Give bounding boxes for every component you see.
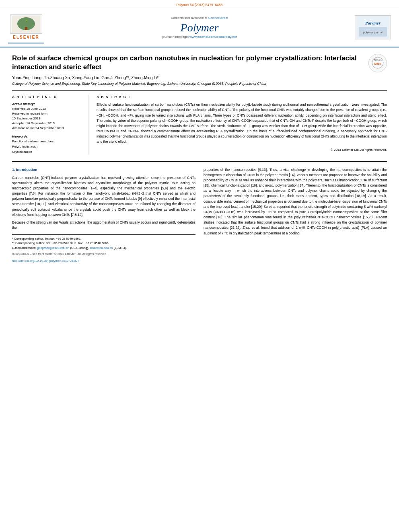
copyright: © 2013 Elsevier Ltd. All rights reserved…: [97, 148, 387, 152]
intro-section-title: 1. Introduction: [12, 167, 195, 173]
history-label: Article history:: [12, 102, 83, 106]
affiliation: College of Polymer Science and Engineeri…: [12, 82, 387, 86]
history-dates: Received 15 June 2013 Received in revise…: [12, 107, 83, 131]
footnote-1: * Corresponding author. Tel./fax: +86 28…: [12, 236, 195, 241]
contents-line: Contents lists available at ScienceDirec…: [44, 16, 355, 20]
body-col-right: properties of the nanocomposites [9,13].…: [204, 167, 387, 264]
article-info-heading: A R T I C L E I N F O: [12, 95, 83, 99]
keyword-3: Crystallization: [12, 150, 83, 155]
homepage-line: journal homepage: www.elsevier.com/locat…: [44, 35, 355, 39]
keyword-1: Functional carbon nanotubes: [12, 139, 83, 144]
abstract-heading: A B S T R A C T: [97, 95, 387, 99]
authors-text: Yuan-Ying Liang, Jia-Zhuang Xu, Xiang-Ya…: [12, 76, 158, 80]
footnotes: * Corresponding author. Tel./fax: +86 28…: [12, 234, 195, 263]
article-info-abstract: A R T I C L E I N F O Article history: R…: [12, 90, 387, 154]
doi-line[interactable]: http://dx.doi.org/10.1016/j.polymer.2013…: [12, 259, 195, 263]
homepage-url[interactable]: www.elsevier.com/locate/polymer: [189, 35, 237, 39]
journal-name: Polymer: [44, 21, 355, 34]
crossmark-badge[interactable]: Cross Mark: [368, 54, 387, 72]
journal-center: Contents lists available at ScienceDirec…: [44, 16, 355, 39]
article-info: A R T I C L E I N F O Article history: R…: [12, 95, 88, 154]
article-title-text: Role of surface chemical groups on carbo…: [12, 54, 357, 71]
email-line: E-mail addresses: ganjizhong@scu.edu.cn …: [12, 246, 195, 250]
email-1[interactable]: ganjizhong@scu.edu.cn: [37, 246, 69, 250]
section-divider: [12, 161, 387, 162]
svg-text:Mark: Mark: [374, 62, 381, 65]
elsevier-logo-section: 🌳 ELSEVIER: [8, 11, 44, 43]
footnote-2: ** Corresponding author. Tel.: +86 28 85…: [12, 241, 195, 245]
main-content: Role of surface chemical groups on carbo…: [0, 47, 399, 270]
body-col-left: 1. Introduction Carbon nanotube (CNT)-in…: [12, 167, 195, 264]
abstract-text: Effects of surface functionalization of …: [97, 102, 387, 144]
intro-para-2: Because of the strong van der Waals attr…: [12, 220, 195, 230]
journal-header: 🌳 ELSEVIER Contents lists available at S…: [0, 8, 399, 47]
svg-rect-2: [25, 27, 27, 30]
svg-text:Cross: Cross: [374, 59, 382, 62]
keywords-section: Keywords: Functional carbon nanotubes Po…: [12, 135, 83, 154]
svg-text:Polymer: Polymer: [365, 21, 381, 25]
journal-reference: Polymer 54 (2013) 6479–6488: [177, 3, 223, 7]
svg-text:polymer journal: polymer journal: [363, 31, 383, 34]
keyword-2: Poly(L-lactic acid): [12, 144, 83, 150]
intro-col2-para-1: properties of the nanocomposites [9,13].…: [204, 167, 387, 236]
article-title-container: Role of surface chemical groups on carbo…: [12, 54, 387, 72]
body-content: 1. Introduction Carbon nanotube (CNT)-in…: [12, 167, 387, 264]
authors: Yuan-Ying Liang, Jia-Zhuang Xu, Xiang-Ya…: [12, 76, 387, 80]
email-2[interactable]: zmli@scu.edu.cn: [90, 246, 113, 250]
elsevier-text: ELSEVIER: [13, 35, 39, 39]
top-bar: Polymer 54 (2013) 6479–6488: [0, 0, 399, 8]
svg-text:🌳: 🌳: [25, 20, 28, 23]
issn-line: 0032-3861/$ – see front matter © 2013 El…: [12, 252, 195, 256]
polymer-logo: Polymer polymer journal: [355, 15, 391, 39]
intro-para-1: Carbon nanotube (CNT)-induced polymer cr…: [12, 175, 195, 218]
keywords-label: Keywords:: [12, 135, 83, 138]
sciencedirect-link[interactable]: ScienceDirect: [208, 16, 228, 20]
elsevier-image: 🌳: [10, 14, 42, 34]
abstract-section: A B S T R A C T Effects of surface funct…: [97, 95, 387, 154]
